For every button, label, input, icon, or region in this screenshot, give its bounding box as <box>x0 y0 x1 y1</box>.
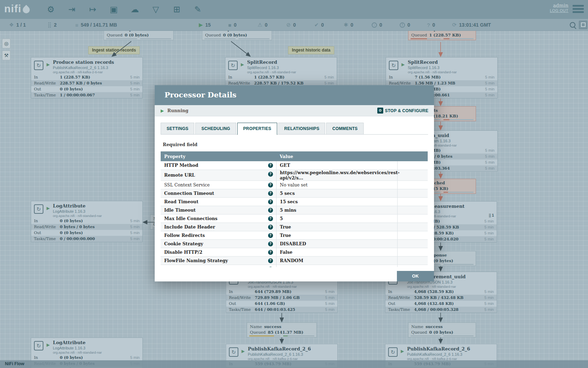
statusbar-disabled: ⊘0 <box>286 19 296 31</box>
navigate-palette-button[interactable]: ◎ <box>2 39 10 48</box>
running-icon: ▶ <box>401 62 405 67</box>
invalid-icon: ⚠ <box>258 22 262 28</box>
processor-title: Produce station records <box>53 60 114 65</box>
processor-node[interactable]: ↻▶LogAttributeLogAttribute 1.16.3org.apa… <box>31 201 143 242</box>
remote-process-group-icon[interactable]: ☁ <box>129 4 141 15</box>
template-icon[interactable]: ⊞ <box>171 4 183 15</box>
processor-stat-row: Read/Write228.57 KB / 0 bytes5 min <box>31 80 142 86</box>
property-value: DISABLED <box>276 239 397 248</box>
processor-bundle: org.apache.nifi - nifi-standard-nar <box>408 70 457 74</box>
help-icon[interactable]: ? <box>268 250 273 255</box>
processor-stat-row: Out0 (0 bytes)5 min <box>31 230 142 236</box>
help-icon[interactable]: ? <box>268 233 273 238</box>
property-value: True <box>276 231 397 239</box>
column-header-property: Property <box>161 151 276 161</box>
tab-relationships[interactable]: RELATIONSHIPS <box>278 123 325 135</box>
processor-stat-row: In1 (228.57 KB)5 min <box>31 74 142 80</box>
property-row: Idle Timeout?5 mins <box>161 206 428 214</box>
connection-label[interactable]: NamesuccessQueued0 (0 bytes) <box>408 322 476 338</box>
stop-and-configure-button[interactable]: ⚙ STOP & CONFIGURE <box>377 108 428 114</box>
help-icon[interactable]: ? <box>268 208 273 213</box>
stopped-icon: ■ <box>228 22 231 28</box>
cluster-badge: ⣿1 <box>489 213 494 217</box>
help-icon[interactable]: ? <box>268 258 273 263</box>
global-menu-icon[interactable] <box>573 5 584 14</box>
dialog-body: SETTINGSSCHEDULINGPROPERTIESRELATIONSHIP… <box>155 123 434 267</box>
logout-link[interactable]: LOG OUT <box>550 8 568 13</box>
operate-palette-button[interactable]: ⚒ <box>2 50 10 60</box>
input-port-icon[interactable]: ⇥ <box>66 4 78 15</box>
help-icon[interactable]: ? <box>268 241 273 246</box>
nifi-application: ◎ ⚒ nifi ⚙⇥↦▣☁▽⊞✎ admin LOG OUT ❖1 / 1⣿2… <box>0 0 588 368</box>
property-value: RANDOM <box>276 256 397 265</box>
help-icon[interactable]: ? <box>268 216 273 221</box>
processor-type-icon: ↻ <box>34 204 43 214</box>
last-refresh-time: 13:01:41 GMT <box>459 22 491 28</box>
search-icon[interactable] <box>570 22 575 28</box>
status-bar: ❖1 / 1⣿2≡549 / 141.71 MB▶15■0⚠0⊘0✔0✱0↑0!… <box>0 19 588 31</box>
processor-title: LogAttribute <box>53 203 85 209</box>
property-name: Attributes to Send? <box>161 265 276 267</box>
tab-scheduling[interactable]: SCHEDULING <box>195 123 236 135</box>
statusbar-threads: ⣿2 <box>48 19 57 31</box>
funnel-icon[interactable]: ▽ <box>150 4 162 15</box>
dialog-header: Processor Details <box>155 85 434 105</box>
help-icon[interactable]: ? <box>268 225 273 230</box>
processor-type: PublishKafkaRecord_2_6 1.16.3 <box>407 352 462 356</box>
help-icon[interactable]: ? <box>268 199 273 204</box>
processor-title: PublishKafkaRecord_2_6 <box>248 346 311 352</box>
dialog-title: Processor Details <box>155 85 434 99</box>
breadcrumb[interactable]: NiFi Flow <box>5 361 24 366</box>
running-icon: ▶ <box>47 206 50 211</box>
help-icon[interactable]: ? <box>268 172 273 177</box>
property-row: Read Timeout?15 secs <box>161 197 428 206</box>
process-group-icon[interactable]: ▣ <box>108 4 120 15</box>
running-icon: ▶ <box>199 22 203 28</box>
processor-type: SplitRecord 1.16.3 <box>247 66 279 70</box>
canvas-label[interactable]: Ingest historic data <box>288 46 334 54</box>
processor-stat-row: In0 (0 bytes)5 min <box>31 355 142 361</box>
refresh-icon[interactable]: ⟳ <box>452 22 457 28</box>
help-icon[interactable]: ? <box>268 183 273 188</box>
processor-bundle: org.apache.nifi - nifi-kafka-2-6-nar <box>53 70 103 74</box>
running-icon: ▶ <box>241 349 245 354</box>
bulletin-panel-button[interactable] <box>579 21 587 29</box>
properties-table: Property Value HTTP Method?GETRemote URL… <box>161 151 428 267</box>
up-to-date-icon: ✔ <box>314 22 319 28</box>
statusbar-refresh: ⟳13:01:41 GMT <box>452 19 491 31</box>
sync-failure-icon: ? <box>427 22 430 28</box>
tab-comments[interactable]: COMMENTS <box>326 123 363 135</box>
property-row: Max Idle Connections?5 <box>161 214 428 223</box>
processor-title: LogAttribute <box>53 340 85 345</box>
running-icon: ▶ <box>241 62 244 67</box>
running-icon: ▶ <box>47 342 50 347</box>
property-value: 5 secs <box>276 189 397 197</box>
stale-icon: ↑ <box>372 22 377 28</box>
processor-stat-row: Read/Write729.89 MB / 1.06 GB5 min <box>226 295 337 301</box>
queue-bars <box>411 335 474 336</box>
queued-icon: ≡ <box>75 22 78 28</box>
property-row: Include Date Header?True <box>161 223 428 231</box>
property-name: Include Date Header? <box>161 223 276 231</box>
output-port-icon[interactable]: ↦ <box>87 4 99 15</box>
statusbar-locally-modified: ✱0 <box>344 19 353 31</box>
help-icon[interactable]: ? <box>268 163 273 168</box>
connection-label[interactable]: NamesuccessQueued85 (141.37 MB) <box>247 322 317 338</box>
nifi-drop-icon <box>21 5 31 15</box>
queue-bars <box>106 38 171 39</box>
disabled-icon: ⊘ <box>286 22 291 28</box>
ok-button[interactable]: OK <box>397 271 434 281</box>
current-user-label: admin <box>550 3 568 8</box>
processor-bundle: org.apache.nifi - nifi-standard-nar <box>248 285 297 288</box>
help-icon[interactable]: ? <box>268 191 273 196</box>
tab-settings[interactable]: SETTINGS <box>161 123 194 135</box>
processor-node[interactable]: ↻▶Produce station recordsPublishKafkaRec… <box>31 57 143 98</box>
canvas-label[interactable]: Ingest station records <box>88 46 140 54</box>
tab-properties[interactable]: PROPERTIES <box>237 123 277 135</box>
property-name: Max Idle Connections? <box>161 214 276 223</box>
nifi-logo: nifi <box>4 3 30 15</box>
statusbar-stopped: ■0 <box>228 19 237 31</box>
help-icon[interactable]: ? <box>268 267 273 267</box>
label-icon[interactable]: ✎ <box>192 4 204 15</box>
processor-icon[interactable]: ⚙ <box>45 4 57 15</box>
